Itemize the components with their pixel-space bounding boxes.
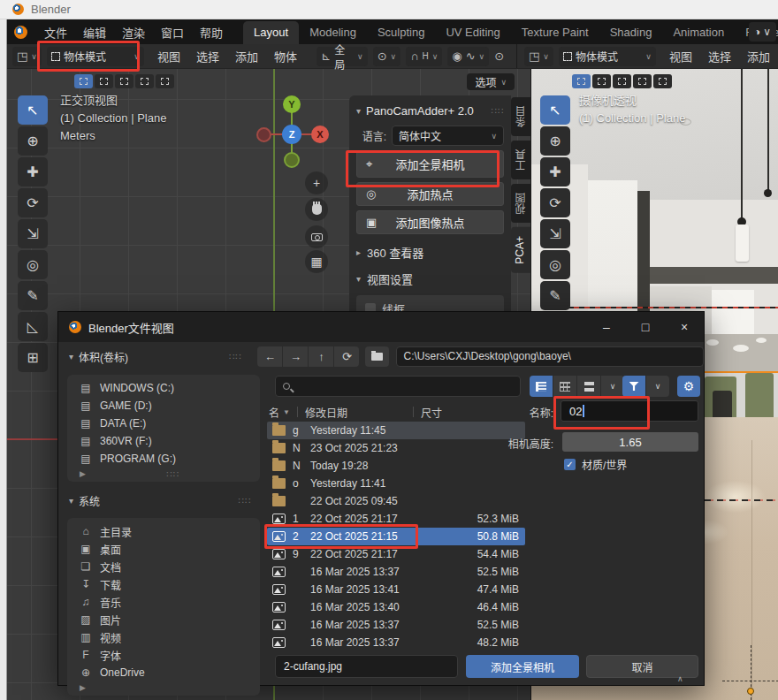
select-mode-button[interactable] bbox=[115, 74, 133, 88]
volume-item[interactable]: ▤ WINDOWS (C:) bbox=[67, 379, 260, 397]
tool-button[interactable]: ⟳ bbox=[18, 188, 48, 217]
file-row[interactable]: 16 Mar 2025 13:40 46.4 MiB bbox=[267, 598, 525, 616]
system-item[interactable]: ↧ 下载 bbox=[67, 575, 260, 593]
panel-grip[interactable]: ∷∷ bbox=[491, 106, 504, 116]
file-row[interactable]: N Today 19:28 bbox=[267, 457, 525, 475]
tool-button[interactable]: ⊞ bbox=[18, 343, 48, 372]
select-mode-button[interactable] bbox=[653, 74, 672, 88]
viewport-menu-item[interactable]: 添加 bbox=[739, 48, 778, 65]
tool-button[interactable]: ⊕ bbox=[18, 126, 48, 156]
workspace-tab[interactable]: Layout bbox=[243, 21, 299, 44]
select-mode-button[interactable] bbox=[95, 74, 113, 88]
tool-button[interactable]: ↖ bbox=[18, 95, 48, 125]
column-date[interactable]: 修改日期 bbox=[305, 405, 347, 420]
forward-button[interactable]: → bbox=[283, 346, 308, 367]
add-pano-camera-confirm-button[interactable]: 添加全景相机 bbox=[466, 655, 579, 678]
search-input[interactable] bbox=[275, 376, 521, 397]
axis-y-handle[interactable]: Y bbox=[283, 95, 301, 113]
column-size[interactable]: 尺寸 bbox=[421, 405, 442, 420]
workspace-tab[interactable]: Modeling bbox=[299, 21, 367, 44]
system-item[interactable]: F 字体 bbox=[67, 646, 260, 664]
section-view-settings[interactable]: ▾ 视图设置 bbox=[356, 270, 504, 287]
mode-dropdown[interactable]: 物体模式 ∨ bbox=[559, 47, 656, 66]
tool-button[interactable]: ✎ bbox=[540, 281, 570, 310]
viewport-menu-item[interactable]: 选择 bbox=[700, 48, 739, 65]
pivot-dropdown[interactable]: ⊙ ∨ bbox=[373, 47, 401, 66]
minimize-button[interactable]: – bbox=[587, 312, 626, 342]
workspace-tab[interactable]: Texture Paint bbox=[511, 21, 599, 44]
maximize-button[interactable]: □ bbox=[626, 312, 665, 342]
viewport-menu-item[interactable]: 视图 bbox=[149, 48, 188, 65]
axis-x-handle[interactable]: X bbox=[311, 126, 329, 143]
select-mode-button[interactable] bbox=[572, 74, 591, 88]
filter-options-chevron[interactable]: ∨ bbox=[646, 376, 669, 397]
file-row[interactable]: o Yesterday 11:41 bbox=[267, 475, 525, 492]
collapse-icon[interactable]: ▾ bbox=[356, 106, 361, 116]
viewport-menu-item[interactable]: 添加 bbox=[227, 48, 266, 65]
tool-button[interactable]: ↖ bbox=[540, 95, 570, 125]
volume-item[interactable]: ▤ 360VR (F:) bbox=[67, 432, 260, 450]
tool-button[interactable]: ◎ bbox=[18, 250, 48, 279]
select-mode-button[interactable] bbox=[613, 74, 631, 88]
axis-y-negative-handle[interactable] bbox=[284, 152, 300, 168]
refresh-button[interactable]: ⟳ bbox=[334, 346, 359, 367]
select-mode-button[interactable] bbox=[135, 74, 154, 88]
workspace-tab[interactable]: Sculpting bbox=[367, 21, 435, 44]
volume-item[interactable]: ▤ PROGRAM (G:) bbox=[67, 450, 260, 468]
system-item[interactable]: ▨ 图片 bbox=[67, 611, 260, 628]
proportional-edit-toggle[interactable]: ◉ ∿ ∨ bbox=[447, 47, 489, 66]
select-mode-button[interactable] bbox=[74, 74, 93, 88]
tool-button[interactable]: ⊕ bbox=[540, 126, 570, 156]
display-options-chevron[interactable]: ∨ bbox=[601, 376, 624, 397]
pan-widget[interactable] bbox=[305, 198, 328, 221]
axis-x-negative-handle[interactable] bbox=[256, 127, 271, 142]
region-tab[interactable]: 工具 bbox=[511, 141, 530, 179]
file-row[interactable]: 16 Mar 2025 13:41 47.4 MiB bbox=[267, 581, 525, 598]
chevron-up-icon[interactable]: ∧ bbox=[677, 674, 683, 683]
viewport-menu-item[interactable]: 物体 bbox=[266, 48, 305, 65]
snap-toggle[interactable]: ∩ H ∨ bbox=[406, 47, 442, 66]
system-item[interactable]: ♫ 音乐 bbox=[67, 593, 260, 611]
close-button[interactable]: × bbox=[665, 312, 704, 342]
region-tab[interactable]: 条目 bbox=[511, 97, 530, 136]
path-field[interactable]: C:\Users\CXJ\Desktop\gong\baoye\ bbox=[396, 346, 704, 367]
settings-button[interactable]: ⚙ bbox=[677, 376, 700, 397]
tool-button[interactable]: ✚ bbox=[540, 157, 570, 186]
tool-button[interactable]: ◎ bbox=[540, 250, 570, 279]
thumbnail-button[interactable] bbox=[577, 376, 600, 397]
system-item[interactable]: ▥ 视频 bbox=[67, 628, 260, 646]
zoom-widget[interactable]: + bbox=[305, 171, 328, 194]
tool-button[interactable]: ⇲ bbox=[540, 219, 570, 248]
tool-button[interactable]: ✎ bbox=[18, 281, 48, 310]
volumes-section-header[interactable]: ▾ 体积(卷标) ∷∷ bbox=[58, 349, 250, 364]
filter-button[interactable] bbox=[622, 376, 645, 397]
column-name[interactable]: 名 bbox=[269, 405, 279, 420]
visibility-icon[interactable]: ⊙ bbox=[494, 49, 504, 63]
system-section-header[interactable]: ▾ 系统 ∷∷ bbox=[69, 493, 251, 508]
axis-z-handle[interactable]: Z bbox=[282, 125, 301, 144]
menu-item[interactable]: 帮助 bbox=[192, 19, 231, 45]
system-item[interactable]: ❏ 文档 bbox=[67, 558, 260, 575]
workspace-tab[interactable]: Shading bbox=[599, 21, 663, 44]
workspace-tab[interactable]: UV Editing bbox=[435, 21, 510, 44]
select-mode-button[interactable] bbox=[156, 74, 174, 88]
viewport-menu-item[interactable]: 选择 bbox=[188, 48, 227, 65]
file-row[interactable]: 16 Mar 2025 13:37 52.5 MiB bbox=[267, 616, 525, 634]
section-360-viewer[interactable]: ▸ 360 查看器 bbox=[356, 244, 504, 261]
select-mode-button[interactable] bbox=[592, 74, 611, 88]
axis-gizmo[interactable]: Y Z X bbox=[256, 95, 338, 177]
select-mode-button[interactable] bbox=[633, 74, 652, 88]
tool-button[interactable]: ✚ bbox=[18, 157, 48, 186]
back-button[interactable]: ← bbox=[257, 346, 282, 367]
volume-item[interactable]: ▤ GAME (D:) bbox=[67, 397, 260, 415]
menu-item[interactable]: 窗口 bbox=[153, 19, 192, 45]
grid-toggle-widget[interactable]: ▦ bbox=[305, 250, 328, 273]
workspace-tab[interactable]: Animation bbox=[662, 21, 735, 44]
file-row[interactable]: 16 Mar 2025 13:37 52.5 MiB bbox=[267, 563, 525, 581]
panel-action-button[interactable]: ▣ 添加图像热点 bbox=[356, 210, 504, 234]
orientation-dropdown[interactable]: ⊾ 全局 ∨ bbox=[317, 47, 367, 66]
blender-menu-logo-icon[interactable] bbox=[14, 26, 27, 39]
options-button[interactable]: 选项 ∨ bbox=[467, 73, 515, 90]
up-button[interactable]: ↑ bbox=[309, 346, 333, 367]
vertical-list-button[interactable] bbox=[530, 376, 553, 397]
